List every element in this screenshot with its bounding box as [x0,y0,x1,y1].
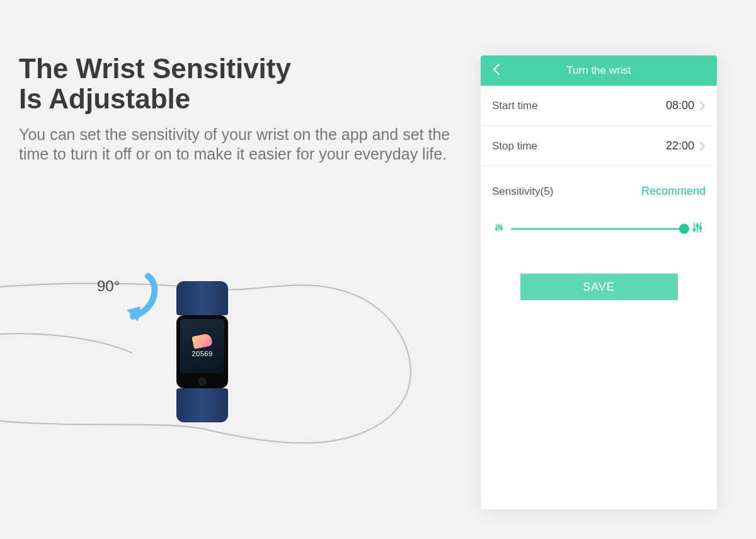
svg-point-4 [498,226,500,228]
svg-point-5 [501,228,503,229]
sliders-large-icon [692,222,703,236]
stop-time-value: 22:00 [666,139,694,153]
watch-device-illustration: 20569 [176,281,228,422]
svg-point-10 [696,224,699,227]
phone-app-panel: Turn the wrist Start time 08:00 Stop tim… [481,55,717,509]
sensitivity-block: Sensitivity(5) Recommend [481,166,717,236]
app-title: Turn the wrist [566,64,631,77]
start-time-value: 08:00 [666,99,694,112]
chevron-left-icon [492,63,501,76]
watch-home-button-icon [198,378,206,385]
start-time-label: Start time [492,100,538,112]
recommend-button[interactable]: Recommend [641,185,706,198]
sensitivity-slider[interactable] [511,224,684,234]
stop-time-label: Stop time [492,140,537,153]
chevron-right-icon [699,141,706,151]
chevron-right-icon [699,101,706,111]
app-header: Turn the wrist [481,55,717,86]
save-button[interactable]: SAVE [520,274,678,300]
back-button[interactable] [492,63,501,78]
shoe-icon [192,333,213,349]
slider-thumb[interactable] [679,224,689,234]
stop-time-row[interactable]: Stop time 22:00 [481,126,717,166]
page-heading: The Wrist Sensitivity Is Adjustable [19,54,291,115]
sliders-small-icon [495,223,503,235]
heading-line1: The Wrist Sensitivity [19,53,291,84]
angle-label: 90° [97,277,120,295]
svg-point-11 [699,227,702,229]
svg-point-3 [496,228,498,230]
page-description: You can set the sensitivity of your wris… [19,125,460,165]
heading-line2: Is Adjustable [19,83,190,114]
sensitivity-label: Sensitivity(5) [492,185,553,198]
svg-point-9 [693,228,696,231]
rotation-arrow-icon [123,272,161,323]
watch-steps-value: 20569 [192,350,212,357]
wrist-outline-illustration [0,271,466,473]
start-time-row[interactable]: Start time 08:00 [481,86,717,126]
